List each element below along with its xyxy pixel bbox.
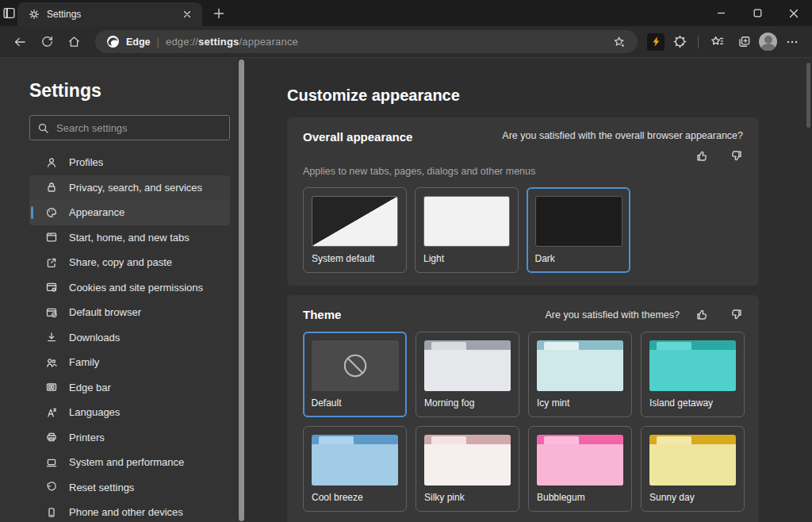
system-default-preview <box>312 196 398 247</box>
sidebar-item-label: Reset settings <box>69 482 134 493</box>
share-icon <box>45 256 58 269</box>
toolbar-divider <box>698 36 699 48</box>
sidebar-item-label: Privacy, search, and services <box>69 182 202 194</box>
thumbs-down-icon[interactable] <box>730 308 743 321</box>
mini-body <box>649 350 736 391</box>
thumbs-up-icon[interactable] <box>695 308 709 321</box>
refresh-button[interactable] <box>35 30 59 54</box>
appearance-option-system-default[interactable]: System default <box>303 187 407 273</box>
theme-preview <box>424 340 511 391</box>
lock-icon <box>45 181 58 194</box>
sidebar-item-cookies-permissions[interactable]: Cookies and site permissions <box>29 275 230 301</box>
sidebar-nav: Profiles Privacy, search, and services A… <box>29 150 230 522</box>
gear-icon <box>29 9 40 20</box>
appearance-option-dark[interactable]: Dark <box>527 187 630 273</box>
navigation-toolbar: Edge | edge://settings/appearance <box>0 26 812 57</box>
profile-avatar[interactable] <box>759 33 777 51</box>
theme-option-bubblegum[interactable]: Bubblegum <box>528 426 632 512</box>
main-scrollbar-thumb[interactable] <box>806 63 810 128</box>
sidebar-scrollbar[interactable] <box>238 58 245 522</box>
tile-label: Silky pink <box>424 492 511 503</box>
sidebar-scrollbar-thumb[interactable] <box>239 59 244 521</box>
sidebar-item-label: Profiles <box>69 156 103 168</box>
window-tabs-icon <box>45 231 58 244</box>
theme-option-sunny-day[interactable]: Sunny day <box>641 426 745 512</box>
languages-icon <box>45 406 58 419</box>
add-favorite-icon[interactable] <box>607 30 631 54</box>
sidebar-item-edge-bar[interactable]: Edge bar <box>29 375 230 401</box>
window-close-button[interactable] <box>776 0 812 26</box>
sidebar-item-downloads[interactable]: Downloads <box>29 325 230 351</box>
tile-label: Island getaway <box>649 397 736 409</box>
tile-label: Sunny day <box>649 492 736 503</box>
mini-body <box>649 444 736 486</box>
favorites-icon[interactable] <box>705 30 729 54</box>
tab-title: Settings <box>47 9 171 20</box>
back-button[interactable] <box>8 30 32 54</box>
sidebar-item-privacy[interactable]: Privacy, search, and services <box>29 175 230 201</box>
tab-actions-menu-button[interactable] <box>0 5 17 22</box>
sidebar-item-languages[interactable]: Languages <box>29 400 230 425</box>
sidebar-item-system-performance[interactable]: System and performance <box>29 450 230 475</box>
new-tab-button[interactable] <box>210 5 228 22</box>
window-maximize-button[interactable] <box>739 0 776 26</box>
sidebar-item-appearance[interactable]: Appearance <box>29 200 230 225</box>
thumbs-up-icon[interactable] <box>695 149 709 163</box>
vertical-tabs-icon <box>2 6 16 20</box>
monitor-icon <box>45 456 58 469</box>
sidebar-item-reset-settings[interactable]: Reset settings <box>29 475 230 501</box>
title-bar: Settings <box>0 0 812 26</box>
mini-body <box>424 350 511 391</box>
theme-title: Theme <box>303 308 341 321</box>
theme-option-cool-breeze[interactable]: Cool breeze <box>303 426 407 512</box>
tile-label: Morning fog <box>424 397 511 409</box>
sidebar-item-label: Cookies and site permissions <box>69 282 203 294</box>
search-settings-box[interactable] <box>29 115 230 140</box>
theme-option-morning-fog[interactable]: Morning fog <box>416 332 519 417</box>
tile-label: Dark <box>535 253 622 264</box>
collections-icon[interactable] <box>732 30 756 54</box>
edge-logo-icon <box>106 35 120 48</box>
theme-option-island-getaway[interactable]: Island getaway <box>641 332 745 417</box>
theme-option-silky-pink[interactable]: Silky pink <box>416 426 519 512</box>
sidebar-item-label: Start, home, and new tabs <box>69 232 190 244</box>
window-minimize-button[interactable] <box>703 0 739 26</box>
cookies-icon <box>45 281 58 294</box>
extension-lightning-icon[interactable] <box>647 33 665 51</box>
tile-label: Cool breeze <box>312 492 398 503</box>
sidebar-item-default-browser[interactable]: Default browser <box>29 300 230 325</box>
tab-close-button[interactable] <box>178 6 196 23</box>
page-title: Customize appearance <box>287 86 812 105</box>
sidebar-item-share-copy-paste[interactable]: Share, copy and paste <box>29 250 230 275</box>
theme-card: Theme Are you satisfied with themes? <box>287 295 759 522</box>
sidebar-item-profiles[interactable]: Profiles <box>29 150 230 175</box>
avatar-body <box>761 44 776 51</box>
sidebar-item-printers[interactable]: Printers <box>29 425 230 451</box>
theme-option-default[interactable]: Default <box>303 332 407 417</box>
settings-menu-ellipsis-button[interactable] <box>780 30 804 54</box>
overall-appearance-title: Overall appearance <box>303 130 412 144</box>
home-button[interactable] <box>62 30 86 54</box>
sidebar-item-start-home-tabs[interactable]: Start, home, and new tabs <box>29 225 230 251</box>
thumbs-down-icon[interactable] <box>730 149 743 163</box>
address-bar[interactable]: Edge | edge://settings/appearance <box>95 30 638 53</box>
theme-feedback-question: Are you satisfied with themes? <box>545 309 680 320</box>
tab-settings[interactable]: Settings <box>17 2 202 26</box>
tile-label: Bubblegum <box>537 492 623 503</box>
sidebar-item-label: Appearance <box>69 206 124 218</box>
tile-label: Default <box>312 397 399 409</box>
light-preview <box>423 196 510 247</box>
search-settings-input[interactable] <box>56 122 222 134</box>
tile-label: Light <box>423 253 510 264</box>
appearance-option-light[interactable]: Light <box>415 187 519 273</box>
sidebar-item-phone-devices[interactable]: Phone and other devices <box>29 500 230 522</box>
overall-appearance-subtitle: Applies to new tabs, pages, dialogs and … <box>303 166 743 177</box>
sidebar-item-family[interactable]: Family <box>29 350 230 375</box>
address-url: edge://settings/appearance <box>166 36 298 48</box>
extensions-icon[interactable] <box>668 30 691 54</box>
sidebar-title: Settings <box>29 80 230 102</box>
phone-icon <box>45 506 58 519</box>
theme-option-icy-mint[interactable]: Icy mint <box>528 332 632 417</box>
sidebar-item-label: Phone and other devices <box>69 506 183 518</box>
printer-icon <box>45 431 58 443</box>
